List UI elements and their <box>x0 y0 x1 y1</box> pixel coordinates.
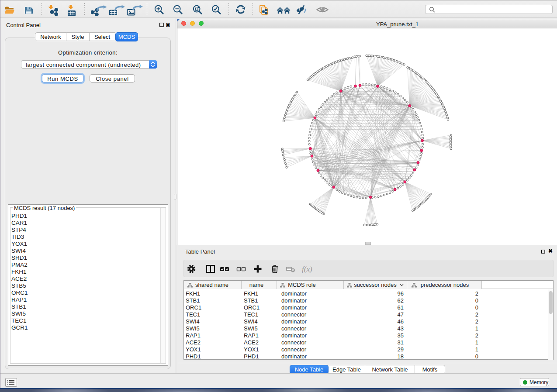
svg-text:f(x): f(x) <box>302 265 312 273</box>
